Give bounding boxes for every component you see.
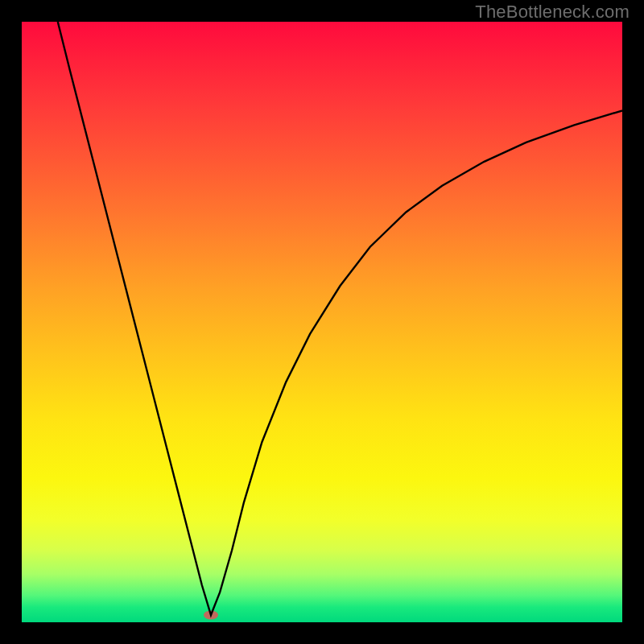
- plot-area: [22, 22, 622, 622]
- watermark-label: TheBottleneck.com: [475, 2, 630, 23]
- chart-frame: TheBottleneck.com: [0, 0, 644, 644]
- bottleneck-curve: [22, 22, 622, 622]
